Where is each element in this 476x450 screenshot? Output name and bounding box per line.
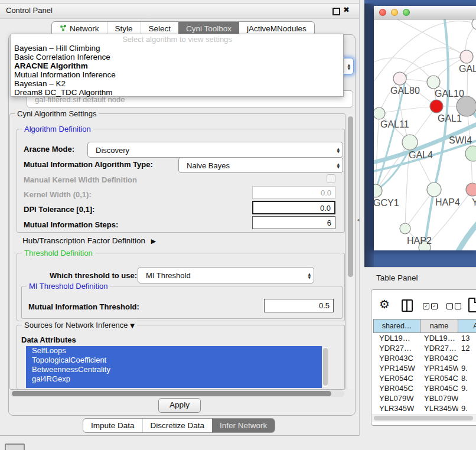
group-title: MI Threshold Definition bbox=[27, 282, 110, 291]
column-header-shared-name[interactable]: shared… bbox=[373, 319, 420, 333]
gear-icon[interactable]: ⚙ bbox=[379, 297, 390, 311]
sources-toggle[interactable]: Sources for Network Inference ▼ bbox=[22, 321, 137, 330]
network-node[interactable] bbox=[427, 76, 440, 89]
select-all-check-icon[interactable]: ✓ bbox=[431, 303, 438, 309]
network-view-window[interactable]: GAL7GAL80GAL10GAL1GAL11SWI4GAL4GCY1HAP4Y… bbox=[374, 6, 476, 250]
table-cell: 9. bbox=[458, 363, 476, 373]
network-node[interactable] bbox=[460, 50, 473, 63]
tab-impute-data[interactable]: Impute Data bbox=[83, 419, 142, 432]
network-node[interactable] bbox=[402, 135, 418, 150]
tab-infer-network[interactable]: Infer Network bbox=[212, 419, 275, 432]
table-horizontal-scrollbar-thumb[interactable] bbox=[374, 416, 473, 420]
stepper-icons: ▲▼ bbox=[347, 63, 350, 70]
close-icon[interactable]: ✖ bbox=[343, 5, 350, 14]
aracne-mode-combobox[interactable]: Discovery ▲▼ bbox=[87, 142, 343, 158]
manual-kernel-label: Manual Kernel Width Definition bbox=[24, 175, 137, 184]
network-node[interactable] bbox=[427, 182, 441, 197]
minimize-traffic-light-icon[interactable] bbox=[391, 9, 398, 16]
table-cell: YER054C bbox=[373, 373, 420, 383]
node-label: GAL1 bbox=[438, 113, 462, 124]
stepper-icons: ▲▼ bbox=[308, 272, 311, 279]
table-row[interactable]: YBR045CYBR045C9. bbox=[373, 383, 476, 393]
table-cell: YLR345W bbox=[373, 403, 420, 413]
network-window-titlebar[interactable] bbox=[374, 6, 476, 19]
zoom-traffic-light-icon[interactable] bbox=[403, 9, 410, 16]
table-cell: YER054C bbox=[420, 373, 458, 383]
attribute-list-item[interactable]: gal4RGexp bbox=[26, 374, 322, 384]
which-threshold-combobox[interactable]: MI Threshold ▲▼ bbox=[138, 267, 314, 283]
manual-kernel-checkbox[interactable] bbox=[327, 174, 335, 183]
hub-definition-toggle[interactable]: Hub/Transcription Factor Definition ▶ bbox=[22, 236, 156, 245]
network-canvas[interactable]: GAL7GAL80GAL10GAL1GAL11SWI4GAL4GCY1HAP4Y… bbox=[374, 19, 476, 250]
table-cell: YDR27… bbox=[373, 343, 420, 353]
network-node[interactable] bbox=[472, 19, 476, 30]
network-node[interactable] bbox=[466, 183, 476, 196]
dpi-tolerance-field[interactable]: 0.0 bbox=[252, 201, 335, 214]
table-row[interactable]: YLR345WYLR345W9. bbox=[373, 403, 476, 413]
control-panel-window: Control Panel ✖ Network Style Select Cyn… bbox=[0, 0, 360, 436]
table-row[interactable]: YDR27…YDR27…12 bbox=[373, 343, 476, 353]
table-cell: YBL079W bbox=[373, 393, 420, 403]
table-cell: YLR345W bbox=[420, 403, 458, 413]
kernel-width-field[interactable]: 0.0 bbox=[252, 186, 335, 199]
network-node[interactable] bbox=[374, 107, 385, 119]
tab-discretize-data[interactable]: Discretize Data bbox=[142, 419, 213, 432]
minimized-panel-button[interactable] bbox=[5, 444, 25, 450]
algorithm-option[interactable]: Bayesian – K2 bbox=[11, 79, 343, 88]
mi-type-combobox[interactable]: Naive Bayes ▲▼ bbox=[178, 157, 343, 173]
node-label: SWI4 bbox=[449, 135, 472, 146]
table-cell: 13 bbox=[458, 333, 476, 343]
table-row[interactable]: YPR145WYPR145W9. bbox=[373, 363, 476, 373]
column-header-name[interactable]: name bbox=[420, 319, 458, 333]
collapse-arrow-icon: ▼ bbox=[130, 322, 135, 329]
attribute-list-item[interactable]: SelfLoops bbox=[26, 346, 322, 356]
attribute-list-item[interactable]: BetweennessCentrality bbox=[26, 365, 322, 374]
network-node[interactable] bbox=[400, 223, 410, 234]
table-cell: YDL19… bbox=[373, 333, 420, 343]
column-header[interactable]: A bbox=[458, 319, 476, 333]
panel-title: Control Panel bbox=[6, 6, 53, 15]
stepper-icons: ▲▼ bbox=[337, 162, 340, 168]
table-row[interactable]: YER054CYER054C8. bbox=[373, 373, 476, 383]
settings-horizontal-scrollbar-thumb[interactable] bbox=[12, 391, 331, 396]
table-cell: 12 bbox=[458, 343, 476, 353]
node-label: GAL80 bbox=[390, 86, 420, 96]
table-row[interactable]: YDL19…YDL19…13 bbox=[373, 333, 476, 343]
settings-vertical-scrollbar-thumb[interactable] bbox=[348, 116, 353, 277]
columns-icon[interactable] bbox=[402, 299, 413, 312]
mi-type-label: Mutual Information Algorithm Type: bbox=[24, 160, 153, 169]
algorithm-option[interactable]: Mutual Information Inference bbox=[11, 70, 343, 79]
kernel-width-label: Kernel Width (0,1): bbox=[24, 190, 92, 199]
attributes-scrollbar-thumb[interactable] bbox=[323, 348, 328, 386]
table-header-row: shared… name A bbox=[373, 319, 476, 333]
dpi-tolerance-label: DPI Tolerance [0,1]: bbox=[24, 205, 94, 214]
document-icon[interactable] bbox=[468, 298, 476, 312]
close-traffic-light-icon[interactable] bbox=[379, 9, 386, 16]
algorithm-option[interactable]: Dream8 DC_TDC Algorithm bbox=[11, 88, 343, 97]
data-attributes-list[interactable]: SelfLoopsTopologicalCoefficientBetweenne… bbox=[26, 346, 322, 388]
which-threshold-label: Which threshold to use: bbox=[50, 271, 137, 280]
deselect-all-icon[interactable] bbox=[446, 303, 453, 309]
node-label: HAP4 bbox=[435, 197, 460, 208]
mi-steps-field[interactable]: 6 bbox=[252, 216, 335, 229]
network-node[interactable] bbox=[465, 146, 476, 161]
deselect-all-icon[interactable] bbox=[455, 303, 461, 309]
select-all-check-icon[interactable]: ✓ bbox=[423, 303, 429, 309]
network-node[interactable] bbox=[430, 100, 443, 113]
mi-threshold-field[interactable]: 0.5 bbox=[264, 299, 334, 312]
dropdown-placeholder: Select algorithm to view settings bbox=[11, 34, 343, 44]
table-cell: YPR145W bbox=[420, 363, 458, 373]
network-node[interactable] bbox=[393, 72, 406, 85]
table-cell: YBR043C bbox=[373, 353, 420, 363]
table-row[interactable]: YBL079WYBL079W bbox=[373, 393, 476, 403]
table-row[interactable]: YBR043CYBR043C bbox=[373, 353, 476, 363]
attribute-list-item[interactable]: TopologicalCoefficient bbox=[26, 356, 322, 365]
algorithm-option[interactable]: ARACNE Algorithm bbox=[11, 61, 343, 70]
algorithm-option[interactable]: Bayesian – Hill Climbing bbox=[11, 44, 343, 53]
panel-splitter-handle[interactable]: ◂ bbox=[357, 217, 360, 223]
table-cell: 9. bbox=[458, 383, 476, 393]
algorithm-option[interactable]: Basic Correlation Inference bbox=[11, 53, 343, 61]
apply-button[interactable]: Apply bbox=[158, 398, 201, 413]
table-body: YDL19…YDL19…13YDR27…YDR27…12YBR043CYBR04… bbox=[373, 333, 476, 415]
float-window-icon[interactable] bbox=[332, 8, 340, 15]
